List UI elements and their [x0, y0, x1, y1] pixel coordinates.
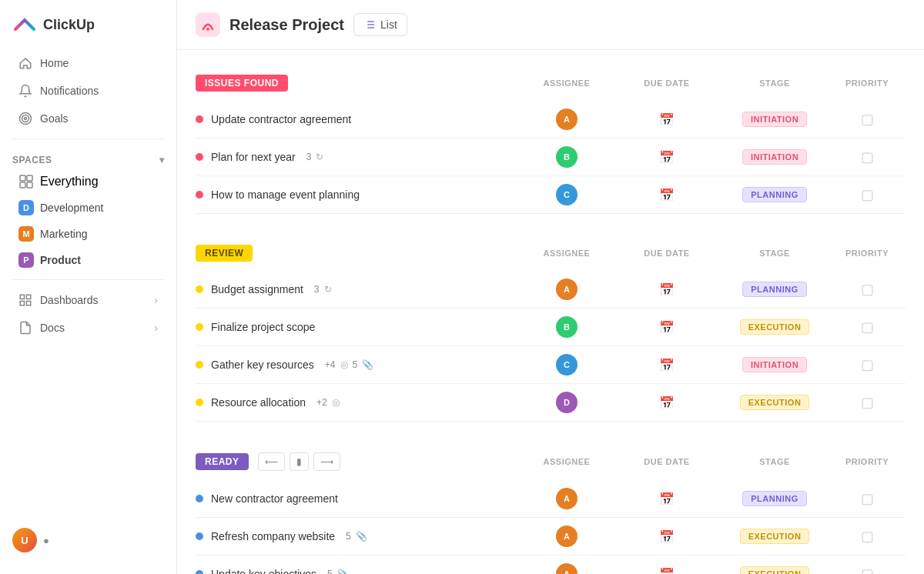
table-row[interactable]: Budget assignment 3 ↻ A 📅 PLANNING ▢ — [196, 271, 906, 309]
action-btn-1[interactable]: ⟵ — [258, 452, 285, 471]
table-row[interactable]: Update key objectives 5 📎 A 📅 EXECUTION — [196, 556, 906, 574]
stage-cell: INITIATION — [721, 149, 829, 165]
nav-goals[interactable]: Goals — [6, 105, 170, 132]
dashboards-icon — [18, 293, 32, 307]
stage-badge: EXECUTION — [740, 395, 810, 410]
svg-rect-3 — [20, 175, 25, 181]
sidebar-item-everything[interactable]: Everything — [6, 169, 170, 195]
priority-icon: ▢ — [861, 394, 874, 411]
task-status-dot — [196, 285, 203, 293]
table-row[interactable]: Resource allocation +2 ◎ D 📅 EXECUTION ▢ — [196, 384, 906, 422]
nav-dashboards-label: Dashboards — [40, 294, 99, 306]
project-icon — [196, 12, 220, 37]
col-assignee-1: ASSIGNEE — [521, 78, 613, 88]
date-cell: 📅 — [613, 358, 721, 372]
stage-badge: EXECUTION — [740, 566, 810, 574]
priority-icon: ▢ — [861, 528, 874, 545]
table-row[interactable]: New contractor agreement A 📅 PLANNING ▢ — [196, 480, 906, 518]
priority-icon: ▢ — [861, 149, 874, 165]
col-priority-1: PRIORITY — [829, 78, 906, 88]
task-info: Budget assignment 3 ↻ — [196, 283, 521, 295]
list-view-button[interactable]: List — [353, 13, 407, 36]
action-btn-2[interactable]: ▮ — [290, 452, 309, 471]
col-duedate-1: DUE DATE — [613, 78, 721, 88]
spaces-collapse-icon[interactable]: ▾ — [159, 155, 165, 165]
task-status-dot — [196, 361, 203, 369]
group-ready: READY ⟵ ▮ ⟶ ASSIGNEE DUE DATE STAGE PRIO… — [196, 446, 906, 574]
svg-rect-10 — [27, 302, 31, 305]
target-icon — [18, 112, 32, 125]
sidebar-item-marketing[interactable]: M Marketing — [6, 221, 170, 247]
stage-cell: PLANNING — [721, 491, 829, 506]
table-row[interactable]: Refresh company website 5 📎 A 📅 EXECUTIO… — [196, 518, 906, 556]
assignee-cell: C — [521, 354, 613, 375]
bell-icon — [18, 84, 32, 98]
col-duedate-3: DUE DATE — [613, 457, 721, 466]
priority-icon: ▢ — [861, 281, 874, 298]
group-issues-header: ISSUES FOUND ASSIGNEE DUE DATE STAGE PRI… — [196, 68, 906, 98]
task-info: Refresh company website 5 📎 — [196, 530, 521, 542]
task-name: Budget assignment — [211, 283, 303, 295]
col-priority-2: PRIORITY — [829, 249, 906, 258]
sidebar-item-development[interactable]: D Development — [6, 195, 170, 221]
priority-icon: ▢ — [861, 319, 874, 335]
calendar-icon: 📅 — [659, 395, 675, 410]
task-name: How to manage event planning — [211, 189, 360, 201]
nav-notifications[interactable]: Notifications — [6, 77, 170, 105]
col-priority-3: PRIORITY — [829, 457, 906, 466]
list-icon — [363, 18, 376, 31]
nav-dashboards[interactable]: Dashboards › — [6, 286, 170, 314]
svg-rect-7 — [20, 295, 24, 299]
svg-point-12 — [206, 28, 209, 31]
nav-home-label: Home — [40, 57, 69, 69]
col-assignee-2: ASSIGNEE — [521, 249, 613, 258]
svg-point-1 — [22, 115, 29, 122]
priority-cell: ▢ — [829, 356, 906, 373]
avatar: C — [556, 184, 578, 205]
task-meta: +4 ◎ 5 📎 — [325, 359, 373, 370]
col-stage-3: STAGE — [721, 457, 829, 466]
priority-cell: ▢ — [829, 111, 906, 128]
date-cell: 📅 — [613, 529, 721, 544]
priority-icon: ▢ — [861, 111, 874, 128]
avatar: C — [556, 354, 578, 375]
priority-cell: ▢ — [829, 528, 906, 545]
table-row[interactable]: Plan for next year 3 ↻ B 📅 INITIATION ▢ — [196, 138, 906, 176]
home-icon — [18, 56, 32, 70]
stage-badge: EXECUTION — [740, 529, 810, 544]
table-row[interactable]: Gather key resources +4 ◎ 5 📎 C 📅 INITIA… — [196, 346, 906, 384]
col-duedate-2: DUE DATE — [613, 249, 721, 258]
col-assignee-3: ASSIGNEE — [521, 457, 613, 466]
assignee-cell: A — [521, 279, 613, 300]
date-cell: 📅 — [613, 320, 721, 335]
priority-icon: ▢ — [861, 490, 874, 507]
dashboards-expand-icon[interactable]: › — [154, 294, 158, 306]
group-review-header: REVIEW ASSIGNEE DUE DATE STAGE PRIORITY — [196, 239, 906, 268]
stage-badge: PLANNING — [742, 491, 806, 506]
task-status-dot — [196, 191, 203, 199]
col-stage-1: STAGE — [721, 78, 829, 88]
stage-cell: INITIATION — [721, 112, 829, 127]
nav-home[interactable]: Home — [6, 49, 170, 77]
issues-badge-area: ISSUES FOUND — [196, 75, 521, 92]
table-row[interactable]: How to manage event planning C 📅 PLANNIN… — [196, 176, 906, 214]
task-name: Update key objectives — [211, 568, 316, 574]
task-status-dot — [196, 495, 203, 502]
sidebar-item-product[interactable]: P Product — [6, 247, 170, 273]
date-cell: 📅 — [613, 492, 721, 506]
task-info: New contractor agreement — [196, 492, 521, 505]
table-row[interactable]: Finalize project scope B 📅 EXECUTION ▢ — [196, 309, 906, 346]
ready-header-left: READY ⟵ ▮ ⟶ — [196, 452, 521, 471]
table-row[interactable]: Update contractor agreement A 📅 INITIATI… — [196, 101, 906, 138]
action-btn-3[interactable]: ⟶ — [313, 452, 340, 471]
calendar-icon: 📅 — [659, 188, 675, 202]
svg-rect-5 — [20, 182, 25, 188]
assignee-cell: A — [521, 488, 613, 509]
task-status-dot — [196, 153, 203, 161]
assignee-cell: B — [521, 146, 613, 168]
user-area[interactable]: U ● — [0, 519, 176, 562]
nav-docs[interactable]: Docs › — [6, 314, 170, 342]
docs-expand-icon[interactable]: › — [154, 322, 158, 334]
docs-icon — [18, 321, 32, 335]
task-name: Refresh company website — [211, 530, 335, 542]
